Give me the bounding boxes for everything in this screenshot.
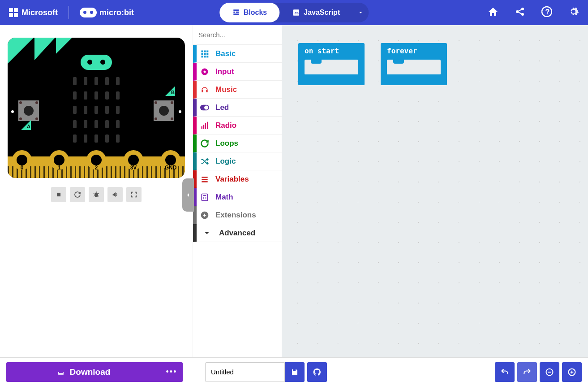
shuffle-icon [200, 157, 209, 166]
category-label: Input [215, 67, 234, 76]
main-area: A B 0 1 2 3V GND BasicInputMusi [0, 25, 588, 357]
block-slot[interactable] [305, 60, 358, 75]
js-icon: JS [292, 9, 300, 17]
microsoft-logo[interactable]: Microsoft [9, 8, 58, 17]
blocks-icon [232, 9, 240, 17]
svg-text:JS: JS [295, 11, 299, 15]
board-decoration [8, 38, 34, 64]
block-forever[interactable]: forever [381, 43, 447, 85]
redo-button[interactable] [517, 362, 537, 382]
stop-button[interactable] [51, 187, 66, 202]
category-label: Basic [215, 49, 236, 58]
search-input[interactable] [198, 31, 283, 39]
plus-circle-icon [200, 211, 209, 220]
chevron-down-icon [357, 9, 364, 16]
pin-gnd[interactable]: GND [161, 150, 180, 170]
toolbox-category-led[interactable]: Led [193, 99, 282, 117]
category-label: Loops [215, 139, 238, 148]
divider [69, 6, 69, 19]
pin-indicator [179, 110, 181, 113]
undo-button[interactable] [495, 362, 515, 382]
mode-dropdown[interactable] [352, 3, 369, 22]
toolbox-category-radio[interactable]: Radio [193, 117, 282, 134]
github-button[interactable] [307, 362, 327, 382]
pin-2[interactable]: 2 [86, 150, 106, 170]
pin-1[interactable]: 1 [49, 150, 69, 170]
settings-button[interactable] [568, 6, 579, 19]
toolbox-category-variables[interactable]: Variables [193, 170, 282, 188]
minus-circle-icon [545, 368, 554, 377]
javascript-tab[interactable]: JS JavaScript [279, 3, 352, 22]
mode-switch: Blocks JS JavaScript [219, 3, 369, 22]
share-icon [515, 6, 525, 17]
home-button[interactable] [488, 6, 498, 19]
microbit-logo[interactable]: micro:bit [80, 8, 134, 17]
category-label: Logic [215, 157, 236, 166]
fullscreen-button[interactable] [126, 187, 142, 202]
led-matrix [73, 77, 120, 143]
microbit-simulator[interactable]: A B 0 1 2 3V GND [8, 38, 185, 178]
footer-actions [495, 362, 582, 382]
svg-rect-14 [204, 53, 206, 55]
svg-rect-17 [204, 56, 206, 57]
undo-icon [500, 368, 509, 377]
category-label: Music [215, 85, 237, 94]
button-b[interactable] [154, 100, 174, 121]
download-label: Download [70, 367, 111, 377]
svg-rect-12 [206, 50, 208, 52]
microbit-label: micro:bit [99, 8, 134, 17]
chevron-left-icon [185, 191, 192, 199]
pin-0[interactable]: 0 [12, 150, 32, 170]
toggle-icon [200, 103, 209, 112]
save-icon [291, 368, 299, 376]
debug-button[interactable] [89, 187, 104, 202]
zoom-out-button[interactable] [540, 362, 559, 382]
refresh-icon [74, 191, 81, 198]
blocks-tab[interactable]: Blocks [219, 3, 279, 22]
home-icon [488, 6, 498, 17]
pin-3v[interactable]: 3V [124, 150, 143, 170]
button-a[interactable] [18, 100, 39, 121]
share-button[interactable] [515, 6, 525, 19]
workspace[interactable]: on startforever [282, 25, 588, 357]
button-b-label: B [165, 86, 175, 96]
edge-connector: 0 1 2 3V GND [8, 156, 185, 178]
toolbox-category-music[interactable]: Music [193, 81, 282, 99]
toolbox-category-math[interactable]: Math [193, 188, 282, 206]
save-button[interactable] [285, 362, 305, 382]
svg-point-20 [204, 70, 206, 73]
help-button[interactable]: ? [541, 6, 552, 19]
svg-rect-18 [206, 56, 208, 57]
bars-icon [200, 121, 209, 130]
svg-rect-30 [202, 194, 207, 200]
toolbox-category-logic[interactable]: Logic [193, 152, 282, 170]
download-icon [56, 368, 65, 377]
svg-rect-26 [207, 121, 208, 129]
headphones-icon [200, 85, 209, 94]
toolbox-advanced[interactable]: Advanced [193, 224, 282, 242]
js-label: JavaScript [304, 9, 340, 17]
svg-rect-13 [202, 53, 203, 55]
project-name-input[interactable] [205, 362, 285, 382]
stop-icon [56, 191, 62, 198]
toolbox-category-extensions[interactable]: Extensions [193, 206, 282, 224]
toolbox-category-input[interactable]: Input [193, 63, 282, 81]
restart-button[interactable] [70, 187, 85, 202]
audio-button[interactable] [107, 187, 123, 202]
simulator-controls [51, 187, 142, 202]
toolbox-category-loops[interactable]: Loops [193, 134, 282, 152]
download-more[interactable]: ••• [160, 362, 183, 382]
category-label: Led [215, 103, 229, 112]
list-icon [200, 175, 209, 184]
project-name-group [205, 362, 327, 382]
collapse-simulator[interactable] [182, 178, 194, 212]
more-icon: ••• [166, 367, 177, 377]
block-on-start[interactable]: on start [298, 43, 365, 85]
button-a-label: A [21, 120, 31, 130]
svg-rect-28 [202, 179, 207, 180]
download-button[interactable]: Download [6, 362, 160, 382]
block-slot[interactable] [387, 60, 441, 75]
svg-rect-10 [202, 50, 203, 52]
toolbox-category-basic[interactable]: Basic [193, 45, 282, 63]
zoom-in-button[interactable] [562, 362, 582, 382]
